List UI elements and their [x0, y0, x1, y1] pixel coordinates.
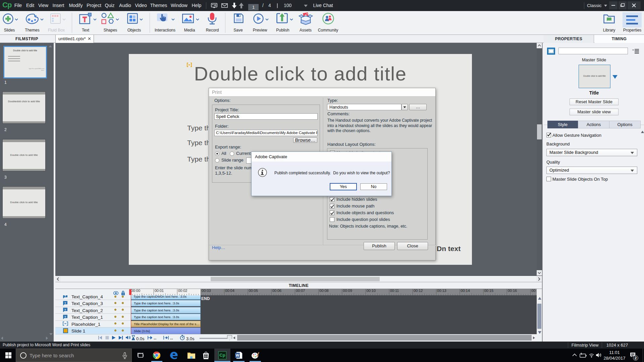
svg-text:T: T — [64, 308, 66, 311]
svg-text:T: T — [64, 315, 66, 318]
svg-text:T: T — [64, 301, 66, 304]
svg-text:00:02: 00:02 — [178, 289, 187, 293]
svg-text:00:06: 00:06 — [272, 289, 282, 293]
svg-text:00:14: 00:14 — [461, 289, 470, 293]
svg-text:00:13: 00:13 — [437, 289, 446, 293]
svg-text:00:16: 00:16 — [508, 289, 517, 293]
svg-text:00:11: 00:11 — [390, 289, 399, 293]
svg-text:00:00: 00:00 — [131, 289, 141, 293]
svg-text:00:10: 00:10 — [367, 289, 376, 293]
svg-text:00:12: 00:12 — [414, 289, 423, 293]
svg-text:00:03: 00:03 — [202, 289, 211, 293]
svg-text:00:15: 00:15 — [484, 289, 494, 293]
svg-text:00:01: 00:01 — [155, 289, 164, 293]
svg-text:00:04: 00:04 — [225, 289, 234, 293]
svg-text:00:08: 00:08 — [319, 289, 329, 293]
svg-text:00:07: 00:07 — [296, 289, 305, 293]
svg-text:00:17: 00:17 — [531, 289, 537, 293]
svg-text:W: W — [236, 353, 239, 357]
svg-text:00:05: 00:05 — [249, 289, 258, 293]
svg-text:00:09: 00:09 — [343, 289, 352, 293]
